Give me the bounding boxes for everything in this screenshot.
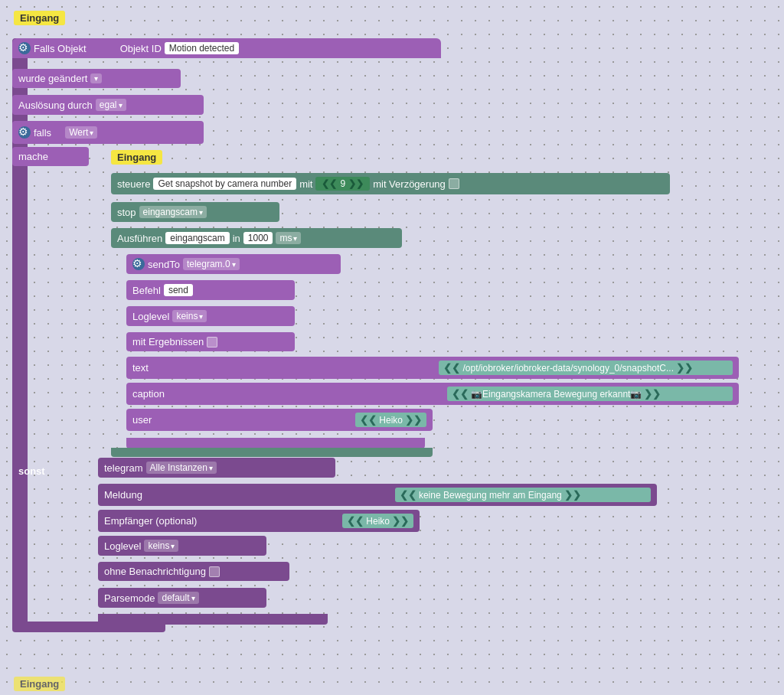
num-right-quote: ❯❯ (348, 178, 364, 189)
falls-objekt-block[interactable]: Falls Objekt Objekt ID Motion detected (12, 38, 441, 58)
num-1000-tag[interactable]: 1000 (243, 232, 273, 244)
auslosung-block[interactable]: Auslösung durch egal (12, 95, 204, 115)
num-left-quote: ❮❮ (322, 178, 337, 189)
befehl-label: Befehl (132, 285, 161, 296)
loglevel-label: Loglevel (132, 311, 169, 322)
keine-bewegung-value: keine Bewegung mehr am Eingang (419, 490, 562, 501)
loglevel2-label: Loglevel (104, 540, 141, 552)
wert-dropdown[interactable]: Wert (65, 126, 97, 139)
steuere-block[interactable]: steuere Get snapshot by camera number mi… (111, 173, 670, 194)
heiko-value: Heiko (366, 516, 390, 527)
ausfuehren-label: Ausführen (117, 233, 162, 244)
quote-right-meldung: ❯❯ (564, 489, 581, 501)
teal-bottom-cap (111, 448, 433, 457)
quote-right-user: ❯❯ (405, 414, 422, 426)
loglevel-block[interactable]: Loglevel keins (126, 306, 295, 326)
empfaenger-block[interactable]: Empfänger (optional) ❮❮ Heiko ❯❯ (98, 510, 420, 532)
ergebnissen-checkbox[interactable] (207, 337, 217, 348)
inner-bottom-cap (126, 438, 425, 449)
quote-left-caption: ❮❮ (452, 388, 469, 400)
meldung-block[interactable]: Meldung ❮❮ keine Bewegung mehr am Eingan… (98, 484, 657, 506)
stop-block[interactable]: stop eingangscam (111, 202, 279, 222)
wurde-geaendert-block[interactable]: wurde geändert (12, 69, 181, 88)
objekt-id-label: Objekt ID (120, 43, 162, 54)
quote-left-text: ❮❮ (443, 362, 460, 374)
mit-verzoegerung-label: mit Verzögerung (373, 178, 446, 190)
wurde-geaendert-label: wurde geändert (18, 73, 87, 84)
steuere-label: steuere (117, 178, 150, 190)
telegram-label: telegram (104, 462, 143, 474)
empfaenger-label: Empfänger (optional) (104, 515, 197, 527)
quote-right-heiko: ❯❯ (392, 515, 409, 527)
quote-right-caption: ❯❯ (644, 388, 661, 400)
meldung-label: Meldung (104, 489, 142, 501)
gear-icon-falls (18, 42, 31, 54)
egal-dropdown[interactable]: egal (96, 99, 126, 111)
alle-instanzen-dropdown[interactable]: Alle Instanzen (146, 462, 217, 474)
num-block-9[interactable]: ❮❮ 9 ❯❯ (315, 177, 370, 191)
sonst-label: sonst (12, 462, 104, 481)
mache-label: mache (18, 151, 48, 162)
befehl-block[interactable]: Befehl send (126, 280, 295, 300)
send-tag[interactable]: send (164, 284, 193, 296)
mit-ergebnissen-block[interactable]: mit Ergebnissen (126, 332, 295, 351)
quote-right-text: ❯❯ (676, 362, 693, 374)
eingangscam2-tag[interactable]: eingangscam (165, 232, 229, 244)
motion-detected-tag[interactable]: Motion detected (165, 42, 239, 54)
user-value-block[interactable]: ❮❮ Heiko ❯❯ (355, 413, 426, 427)
num-value: 9 (340, 178, 345, 189)
caption-label: caption (132, 388, 165, 400)
caption-block[interactable]: caption ❮❮ 📷Eingangskamera Bewegung erka… (126, 383, 739, 405)
falls-label: falls (34, 127, 51, 139)
quote-left-meldung: ❮❮ (400, 489, 416, 501)
eingang-label-top: Eingang (14, 11, 65, 25)
text-value: /opt/iobroker/iobroker-data/synology_0/s… (462, 363, 674, 374)
stop-label: stop (117, 207, 136, 218)
gear-icon-falls2 (18, 126, 31, 139)
mit-label: mit (299, 178, 312, 190)
ohne-block[interactable]: ohne Benachrichtigung (98, 562, 289, 581)
verzoegerung-checkbox[interactable] (449, 178, 459, 189)
keins-dropdown[interactable]: keins (172, 310, 207, 322)
text-block[interactable]: text ❮❮ /opt/iobroker/iobroker-data/syno… (126, 357, 739, 379)
gear-icon-sendto (132, 258, 145, 270)
heiko-block[interactable]: ❮❮ Heiko ❯❯ (342, 514, 413, 528)
wurde-geaendert-dropdown[interactable] (90, 73, 102, 83)
in-label: in (233, 233, 240, 244)
keine-bewegung-block[interactable]: ❮❮ keine Bewegung mehr am Eingang ❯❯ (395, 488, 651, 502)
parsemode-label: Parsemode (104, 592, 155, 604)
telegram-block[interactable]: telegram Alle Instanzen (98, 458, 335, 478)
text-value-block[interactable]: ❮❮ /opt/iobroker/iobroker-data/synology_… (439, 361, 733, 375)
parsemode-block[interactable]: Parsemode default (98, 588, 266, 608)
sendto-block[interactable]: sendTo telegram.0 (126, 254, 341, 274)
yellow-bottom: Eingang (14, 677, 65, 691)
falls-objekt-label: Falls Objekt (34, 43, 87, 54)
eingang-label-2: Eingang (111, 150, 162, 165)
user-value: Heiko (379, 415, 403, 426)
quote-left-heiko: ❮❮ (347, 515, 364, 527)
user-block[interactable]: user ❮❮ Heiko ❯❯ (126, 409, 433, 431)
default-dropdown[interactable]: default (158, 592, 198, 604)
quote-left-user: ❮❮ (360, 414, 377, 426)
telegram-0-dropdown[interactable]: telegram.0 (183, 258, 240, 270)
text-label: text (132, 362, 149, 374)
user-label: user (132, 414, 152, 426)
mache-block: mache (12, 147, 89, 166)
ausfuehren-block[interactable]: Ausführen eingangscam in 1000 ms (111, 228, 402, 248)
falls-wert-block[interactable]: falls Wert (12, 121, 204, 144)
mit-ergebnissen-label: mit Ergebnissen (132, 336, 204, 348)
caption-value-block[interactable]: ❮❮ 📷Eingangskamera Bewegung erkannt📷 ❯❯ (447, 387, 733, 401)
caption-value: 📷Eingangskamera Bewegung erkannt📷 (471, 389, 642, 400)
loglevel2-block[interactable]: Loglevel keins (98, 536, 266, 556)
ohne-checkbox[interactable] (209, 566, 220, 577)
sendto-label: sendTo (148, 259, 180, 270)
get-snapshot-tag[interactable]: Get snapshot by camera number (153, 178, 296, 190)
ms-dropdown[interactable]: ms (276, 232, 301, 244)
eingangscam-dropdown[interactable]: eingangscam (139, 206, 207, 218)
auslosung-label: Auslösung durch (18, 100, 93, 111)
outer-bottom-cap (12, 622, 165, 632)
ohne-label: ohne Benachrichtigung (104, 566, 206, 577)
keins2-dropdown[interactable]: keins (144, 540, 178, 552)
